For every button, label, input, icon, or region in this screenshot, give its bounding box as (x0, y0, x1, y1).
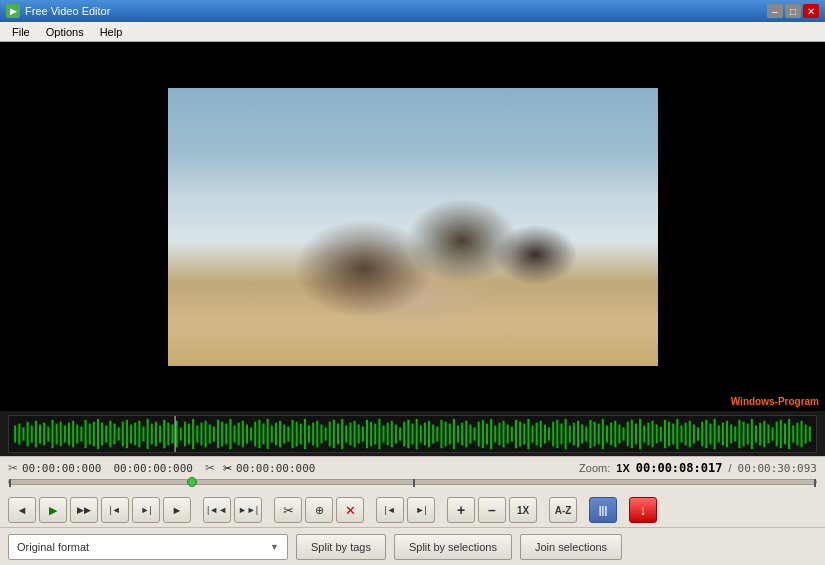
play-fast-button[interactable]: ▶▶ (70, 497, 98, 523)
next-frame-button[interactable]: ►| (132, 497, 160, 523)
svg-rect-36 (159, 425, 161, 442)
svg-rect-54 (234, 425, 236, 442)
format-dropdown[interactable]: Original format ▼ (8, 534, 288, 560)
zoom-label: Zoom: (579, 462, 610, 474)
svg-rect-153 (643, 425, 645, 442)
svg-rect-81 (345, 425, 347, 442)
bars-button[interactable]: ||| (589, 497, 617, 523)
zoom-reset-button[interactable]: 1X (509, 497, 537, 523)
svg-rect-172 (722, 422, 724, 445)
svg-rect-124 (523, 423, 525, 444)
svg-rect-42 (184, 421, 186, 446)
next-marker-button[interactable]: ►| (407, 497, 435, 523)
svg-rect-34 (151, 423, 153, 444)
download-button[interactable]: ↓ (629, 497, 657, 523)
svg-rect-46 (200, 422, 202, 445)
zoom-value: 1X (616, 462, 629, 474)
close-button[interactable]: ✕ (803, 4, 819, 18)
svg-rect-145 (610, 422, 612, 445)
svg-rect-105 (445, 421, 447, 446)
svg-rect-56 (242, 420, 244, 447)
svg-rect-162 (680, 425, 682, 442)
svg-rect-10 (51, 419, 53, 447)
go-start-button[interactable]: |◄◄ (203, 497, 231, 523)
svg-rect-177 (743, 421, 745, 446)
minimize-button[interactable]: – (767, 4, 783, 18)
svg-rect-179 (751, 418, 753, 448)
marker-start (9, 479, 11, 487)
svg-rect-156 (656, 424, 658, 443)
svg-rect-128 (540, 420, 542, 447)
scrubber-row[interactable] (8, 479, 817, 493)
svg-rect-2 (18, 423, 20, 444)
az-sort-button[interactable]: A-Z (549, 497, 577, 523)
svg-rect-73 (312, 422, 314, 445)
step-back-button[interactable]: ◄ (8, 497, 36, 523)
time-start: 00:00:00:000 (22, 462, 101, 475)
svg-rect-79 (337, 423, 339, 444)
prev-marker-button[interactable]: |◄ (376, 497, 404, 523)
svg-rect-116 (490, 418, 492, 448)
cut-button[interactable]: ✂ (274, 497, 302, 523)
svg-rect-93 (395, 424, 397, 443)
svg-rect-62 (267, 418, 269, 448)
svg-rect-194 (175, 416, 176, 452)
svg-rect-157 (660, 426, 662, 441)
scrubber-track[interactable] (8, 479, 817, 485)
copy-button[interactable]: ⊕ (305, 497, 333, 523)
svg-rect-28 (126, 419, 128, 447)
svg-rect-161 (676, 418, 678, 448)
split-by-tags-button[interactable]: Split by tags (296, 534, 386, 560)
menu-file[interactable]: File (4, 25, 38, 39)
zoom-in-button[interactable]: + (447, 497, 475, 523)
maximize-button[interactable]: □ (785, 4, 801, 18)
svg-rect-71 (304, 418, 306, 448)
time-end: 00:00:00:000 (113, 462, 192, 475)
svg-rect-97 (411, 423, 413, 444)
svg-rect-185 (776, 421, 778, 446)
svg-rect-22 (101, 422, 103, 445)
svg-rect-178 (747, 423, 749, 444)
svg-rect-41 (180, 427, 182, 440)
svg-rect-87 (370, 421, 372, 446)
time-total: 00:00:30:093 (738, 462, 817, 475)
svg-rect-19 (89, 423, 91, 444)
svg-rect-55 (238, 422, 240, 445)
svg-rect-134 (565, 418, 567, 448)
svg-rect-47 (205, 420, 207, 447)
marker-mid (413, 479, 415, 487)
delete-button[interactable]: ✕ (336, 497, 364, 523)
go-end-button[interactable]: ►►| (234, 497, 262, 523)
svg-rect-141 (594, 421, 596, 446)
video-canvas (168, 88, 658, 366)
svg-rect-29 (130, 424, 132, 443)
svg-rect-24 (109, 420, 111, 447)
time-split: 00:00:00:000 (236, 462, 315, 475)
split-by-selections-button[interactable]: Split by selections (394, 534, 512, 560)
svg-rect-113 (478, 421, 480, 446)
svg-rect-175 (734, 426, 736, 441)
svg-rect-150 (631, 419, 633, 447)
svg-rect-117 (494, 425, 496, 442)
svg-rect-181 (759, 422, 761, 445)
svg-rect-144 (606, 425, 608, 442)
prev-frame-button[interactable]: |◄ (101, 497, 129, 523)
svg-rect-186 (780, 419, 782, 447)
svg-rect-129 (544, 424, 546, 443)
svg-rect-164 (689, 420, 691, 447)
bottom-bar: Original format ▼ Split by tags Split by… (0, 527, 825, 565)
join-selections-button[interactable]: Join selections (520, 534, 622, 560)
svg-rect-16 (76, 424, 78, 443)
menu-help[interactable]: Help (92, 25, 131, 39)
svg-rect-169 (709, 423, 711, 444)
waveform-container (8, 415, 817, 453)
zoom-out-button[interactable]: – (478, 497, 506, 523)
scrubber-handle[interactable] (187, 477, 197, 487)
svg-rect-92 (391, 420, 393, 447)
play-button[interactable]: ▶ (39, 497, 67, 523)
svg-rect-40 (176, 420, 178, 447)
menu-options[interactable]: Options (38, 25, 92, 39)
svg-rect-1 (14, 425, 16, 442)
step-forward-button[interactable]: ► (163, 497, 191, 523)
svg-rect-9 (47, 426, 49, 441)
